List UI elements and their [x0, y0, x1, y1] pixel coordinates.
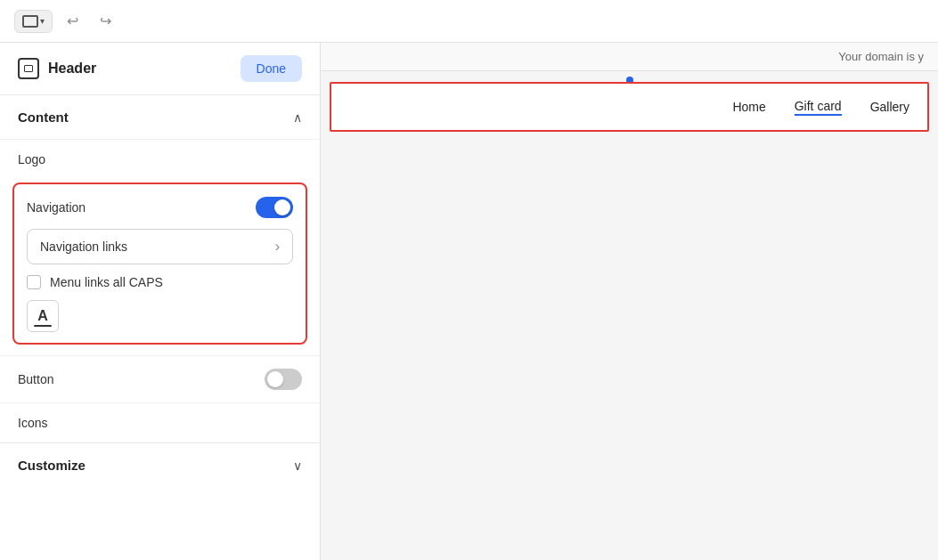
navigation-section-box: Navigation Navigation links › Menu links…: [12, 183, 307, 345]
desktop-icon: [22, 15, 38, 28]
domain-text: Your domain is y: [838, 50, 924, 63]
device-toggle-button[interactable]: ▾: [14, 10, 53, 33]
nav-link-giftcard[interactable]: Gift card: [795, 99, 842, 116]
icons-row[interactable]: Icons: [0, 402, 320, 442]
toggle-knob: [274, 199, 290, 215]
preview-area: Your domain is y Home Gift card Gallery …: [321, 43, 938, 560]
content-section-label: Content: [18, 110, 69, 125]
content-section-header[interactable]: Content ∧: [0, 95, 320, 139]
customize-chevron-icon: ∨: [293, 459, 302, 473]
nav-link-gallery[interactable]: Gallery: [870, 100, 909, 114]
menu-caps-row[interactable]: Menu links all CAPS: [27, 275, 293, 289]
panel-body: Content ∧ Logo Navigation: [0, 95, 320, 560]
top-toolbar: ▾ ↩ ↪: [0, 0, 938, 43]
content-section: Content ∧ Logo Navigation: [0, 95, 320, 443]
text-style-button[interactable]: A: [27, 300, 59, 332]
header-icon-inner: [24, 65, 33, 72]
customize-section-header[interactable]: Customize ∨: [0, 443, 320, 487]
menu-caps-checkbox[interactable]: [27, 275, 41, 289]
header-icon: [18, 58, 39, 79]
device-chevron-icon: ▾: [40, 16, 45, 26]
left-panel: Header Done Content ∧ Logo: [0, 43, 321, 560]
undo-button[interactable]: ↩: [60, 7, 86, 35]
nav-links-chevron-icon: ›: [275, 239, 280, 255]
button-toggle-knob: [267, 371, 283, 387]
panel-title: Header: [48, 61, 96, 77]
domain-banner: Your domain is y: [321, 43, 938, 71]
button-row: Button: [0, 355, 320, 402]
content-chevron-icon: ∧: [293, 110, 302, 125]
done-button[interactable]: Done: [241, 55, 302, 82]
navigation-toggle[interactable]: [256, 197, 293, 218]
preview-nav: Home Gift card Gallery: [732, 99, 909, 116]
redo-button[interactable]: ↪: [93, 7, 118, 35]
main-layout: Header Done Content ∧ Logo: [0, 43, 938, 560]
text-style-icon: A: [37, 308, 48, 324]
icons-label: Icons: [18, 416, 47, 430]
website-preview: Home Gift card Gallery Redefining ba: [321, 71, 938, 560]
logo-label: Logo: [18, 152, 45, 166]
customize-label: Customize: [18, 458, 86, 473]
nav-links-label: Navigation links: [40, 239, 127, 254]
menu-caps-label: Menu links all CAPS: [50, 275, 163, 289]
preview-header-bar: Home Gift card Gallery: [330, 82, 929, 132]
panel-title-row: Header: [18, 58, 96, 79]
text-underline-decoration: [34, 325, 52, 327]
logo-row[interactable]: Logo: [0, 139, 320, 179]
button-label: Button: [18, 372, 53, 386]
customize-section: Customize ∨: [0, 443, 320, 487]
button-toggle[interactable]: [265, 369, 302, 390]
navigation-row: Navigation: [27, 197, 293, 218]
navigation-links-button[interactable]: Navigation links ›: [27, 229, 293, 264]
navigation-label: Navigation: [27, 200, 86, 215]
panel-header: Header Done: [0, 43, 320, 95]
nav-link-home[interactable]: Home: [732, 100, 765, 114]
